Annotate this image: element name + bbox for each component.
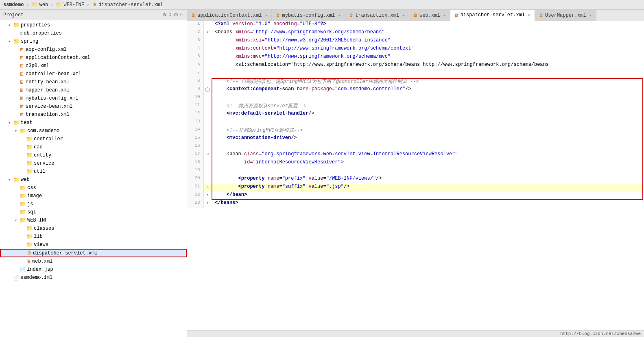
tree-item-properties[interactable]: ▾📁properties: [0, 21, 187, 29]
tab-close-dispatcher-servlet[interactable]: ✕: [528, 13, 530, 17]
tree-item-index.jsp[interactable]: 📄index.jsp: [0, 265, 187, 274]
tab-UserMapper[interactable]: 🗎UserMapper.xml✕: [535, 10, 596, 21]
fold-gutter[interactable]: ▾: [206, 30, 209, 35]
line-content-19[interactable]: [212, 167, 644, 176]
line-number-19: 19: [187, 167, 203, 176]
line-content-13[interactable]: [212, 119, 644, 127]
tree-item-image[interactable]: 📁image: [0, 192, 187, 200]
tree-label-web: web: [21, 177, 30, 183]
tree-item-db.properties[interactable]: ⚙db.properties: [0, 29, 187, 37]
tree-item-mybatis-config.xml[interactable]: 🗎mybatis-config.xml: [0, 94, 187, 102]
tree-item-css[interactable]: 📁css: [0, 184, 187, 192]
breadcrumb-label-webinf: WEB-INF: [63, 2, 84, 8]
breadcrumb-webinf[interactable]: 📁 WEB-INF: [56, 2, 84, 8]
tab-mybatis-config[interactable]: 🗎mybatis-config.xml✕: [272, 10, 345, 21]
tab-close-UserMapper[interactable]: ✕: [589, 13, 592, 18]
tree-item-views[interactable]: 📁views: [0, 241, 187, 249]
tree-item-dispatcher-servlet.xml[interactable]: 🗎dispatcher-servlet.xml: [0, 249, 187, 257]
code-area[interactable]: 1 <?xml version="1.0" encoding="UTF-8"?>…: [187, 21, 644, 330]
line-content-22[interactable]: </bean>: [212, 192, 644, 200]
tree-item-test[interactable]: ▾📁test: [0, 119, 187, 127]
code-line-15: 15 <mvc:annotation-driven/>: [187, 135, 644, 143]
line-content-11[interactable]: <!--静态资源默认servlet配置-->: [212, 102, 644, 111]
tree-item-sql[interactable]: 📁sql: [0, 208, 187, 216]
tree-item-js[interactable]: 📁js: [0, 200, 187, 208]
project-sidebar: Project ⊕ ↕ ⚙ ↔ ▾📁properties⚙db.properti…: [0, 10, 187, 337]
tree-item-transaction.xml[interactable]: 🗎transaction.xml: [0, 111, 187, 119]
tree-item-ssmdemo.iml[interactable]: 📄ssmdemo.iml: [0, 274, 187, 282]
breakpoint-gutter[interactable]: ⬡: [205, 87, 210, 93]
tree-item-mapper-bean.xml[interactable]: 🗎mapper-bean.xml: [0, 86, 187, 94]
tree-item-applicationContext.xml[interactable]: 🗎applicationContext.xml: [0, 54, 187, 62]
line-number-23: 23: [187, 200, 203, 208]
tree-item-dao[interactable]: 📁dao: [0, 143, 187, 151]
arrow-expanded: ▾: [8, 39, 13, 44]
tree-item-classes[interactable]: 📁classes: [0, 224, 187, 233]
line-content-23[interactable]: </beans>: [212, 200, 644, 208]
tree-item-com.ssmdemo[interactable]: ▾📁com.ssmdemo: [0, 127, 187, 135]
line-content-7[interactable]: [212, 70, 644, 78]
line-content-15[interactable]: <mvc:annotation-driven/>: [212, 135, 644, 143]
tree-item-web[interactable]: ▾📁web: [0, 176, 187, 184]
tree-item-entity[interactable]: 📁entity: [0, 151, 187, 159]
breadcrumb-ssmdemo[interactable]: ssmdemo: [3, 2, 24, 8]
tree-item-entity-bean.xml[interactable]: 🗎entity-bean.xml: [0, 78, 187, 86]
tab-close-transaction[interactable]: ✕: [402, 13, 405, 18]
line-number-14: 14: [187, 127, 203, 135]
line-content-17[interactable]: <bean class="org.springframework.web.ser…: [212, 151, 644, 159]
tree-item-spring[interactable]: ▾📁spring: [0, 37, 187, 46]
tree-item-web.xml[interactable]: 🗎web.xml: [0, 257, 187, 265]
tab-transaction[interactable]: 🗎transaction.xml✕: [345, 10, 409, 21]
line-content-12[interactable]: <mvc:default-servlet-handler/>: [212, 111, 644, 119]
tab-close-mybatis-config[interactable]: ✕: [338, 13, 341, 18]
tree-label-spring: spring: [21, 39, 38, 44]
fold-gutter[interactable]: ▾: [206, 201, 209, 205]
line-content-8[interactable]: <!-- 自动扫描该包，使SpringMVC认为包下用了@controller注…: [212, 78, 644, 86]
arrow-expanded: ▾: [8, 177, 13, 182]
line-content-16[interactable]: [212, 143, 644, 151]
tab-close-web[interactable]: ✕: [443, 13, 446, 18]
line-content-10[interactable]: [212, 94, 644, 102]
tree-item-aop-config.xml[interactable]: 🗎aop-config.xml: [0, 46, 187, 54]
tree-item-WEB-INF[interactable]: ▾📁WEB-INF: [0, 216, 187, 224]
line-content-9[interactable]: <context:component-scan base-package="co…: [212, 86, 644, 94]
line-gutter-18: [203, 159, 212, 167]
line-number-10: 10: [187, 94, 203, 102]
tab-label-UserMapper: UserMapper.xml: [545, 13, 586, 18]
iml-icon: 📄: [13, 275, 19, 281]
breadcrumb-dispatcher[interactable]: 🗎 dispatcher-servlet.xml: [92, 2, 163, 8]
code-line-8: 8 <!-- 自动扫描该包，使SpringMVC认为包下用了@controlle…: [187, 78, 644, 86]
tree-item-service[interactable]: 📁service: [0, 159, 187, 167]
tree-item-service-bean.xml[interactable]: 🗎service-bean.xml: [0, 102, 187, 111]
settings-icon[interactable]: ⚙: [174, 11, 177, 18]
line-content-6[interactable]: xsi:schemaLocation="http://www.springfra…: [212, 62, 644, 70]
line-content-4[interactable]: xmlns:context="http://www.springframewor…: [212, 46, 644, 54]
tab-close-applicationContext[interactable]: ✕: [265, 13, 267, 18]
line-content-18[interactable]: id="internalResourceViewResolver">: [212, 159, 644, 167]
breadcrumb-web[interactable]: 📁 web: [32, 2, 48, 8]
line-gutter-3: [203, 37, 212, 46]
tab-web[interactable]: 🗎web.xml✕: [409, 10, 450, 21]
tree-item-c3p0.xml[interactable]: 🗎c3p0.xml: [0, 62, 187, 70]
fold-gutter[interactable]: ▾: [206, 193, 209, 197]
tab-applicationContext[interactable]: 🗎applicationContext.xml✕: [187, 10, 272, 21]
xml-icon: 🗎: [27, 250, 32, 256]
tab-dispatcher-servlet[interactable]: 🗎dispatcher-servlet.xml✕: [450, 10, 535, 21]
folder-icon: 📁: [26, 241, 33, 248]
expand-icon[interactable]: ↔: [180, 11, 183, 18]
tree-item-lib[interactable]: 📁lib: [0, 233, 187, 241]
line-content-21[interactable]: <property name="suffix" value=".jsp"/>: [212, 184, 644, 192]
tree-item-util[interactable]: 📁util: [0, 167, 187, 176]
line-content-14[interactable]: <!--开启SpringMVC注解模式-->: [212, 127, 644, 135]
line-content-5[interactable]: xmlns:mvc="http://www.springframework.or…: [212, 54, 644, 62]
folder-icon: 📁: [13, 22, 20, 28]
line-content-20[interactable]: <property name="prefix" value="/WEB-INF/…: [212, 176, 644, 184]
circle-gutter[interactable]: ○: [206, 151, 209, 157]
line-content-3[interactable]: xmlns:xsi="http://www.w3.org/2001/XMLSch…: [212, 37, 644, 46]
line-content-2[interactable]: <beans xmlns="http://www.springframework…: [212, 29, 644, 37]
tree-item-controller-bean.xml[interactable]: 🗎controller-bean.xml: [0, 70, 187, 78]
add-icon[interactable]: ⊕: [162, 11, 166, 18]
tree-item-controller[interactable]: 📁controller: [0, 135, 187, 143]
sync-icon[interactable]: ↕: [168, 11, 172, 18]
line-content-1[interactable]: <?xml version="1.0" encoding="UTF-8"?>: [212, 21, 644, 29]
